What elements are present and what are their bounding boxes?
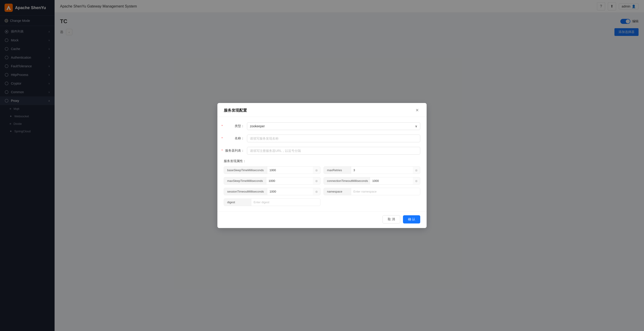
type-label: 类型： [224,124,244,128]
prop-item-digest: digest [224,198,320,206]
type-select-value: zookeeper [250,124,265,128]
prop-val-namespace[interactable] [351,188,420,195]
prop-val-base-sleep[interactable] [267,167,313,174]
modal-footer: 取 消 确 认 [218,212,426,228]
prop-val-digest[interactable] [251,199,320,206]
form-row-type: 类型： zookeeper ∨ [224,122,420,130]
prop-key-max-sleep: maxSleepTimeMilliseconds [224,177,266,184]
prop-clear-session-timeout[interactable]: ⊗ [313,188,320,195]
name-input[interactable] [247,134,420,142]
prop-key-base-sleep: baseSleepTimeMilliseconds [224,167,267,174]
prop-clear-max-sleep[interactable]: ⊗ [313,178,320,184]
prop-item-session-timeout: sessionTimeoutMilliseconds ⊗ [224,188,320,195]
prop-val-conn-timeout[interactable] [370,177,413,184]
props-grid: baseSleepTimeMilliseconds ⊗ maxRetries ⊗… [224,166,420,195]
prop-key-digest: digest [224,199,251,206]
modal-close-button[interactable]: ✕ [414,107,420,114]
prop-key-max-retries: maxRetries [324,167,351,174]
prop-item-conn-timeout: connectionTimeoutMilliseconds ⊗ [324,177,420,184]
prop-val-session-timeout[interactable] [267,188,313,195]
prop-item-namespace: namespace [324,188,420,195]
form-row-name: 名称： [224,134,420,142]
name-label: 名称： [224,136,244,140]
prop-item-max-sleep: maxSleepTimeMilliseconds ⊗ [224,177,320,184]
prop-key-session-timeout: sessionTimeoutMilliseconds [224,188,267,195]
server-list-label: 服务器列表： [224,149,244,153]
type-select-chevron: ∨ [415,124,417,128]
type-select[interactable]: zookeeper ∨ [247,122,420,130]
modal-body: 类型： zookeeper ∨ 名称： 服务器列表： 服务发现属性： [218,117,426,212]
cancel-button[interactable]: 取 消 [382,215,400,224]
service-discovery-modal: 服务发现配置 ✕ 类型： zookeeper ∨ 名称： 服务器列表： [218,103,426,228]
modal-overlay[interactable]: 服务发现配置 ✕ 类型： zookeeper ∨ 名称： 服务器列表： [0,0,644,331]
prop-clear-base-sleep[interactable]: ⊗ [313,167,320,174]
prop-clear-conn-timeout[interactable]: ⊗ [413,178,420,184]
form-row-server-list: 服务器列表： [224,147,420,154]
prop-item-max-retries: maxRetries ⊗ [324,166,420,174]
prop-item-base-sleep: baseSleepTimeMilliseconds ⊗ [224,166,320,174]
modal-title: 服务发现配置 [224,108,247,113]
prop-val-max-retries[interactable] [351,167,413,174]
props-label: 服务发现属性： [224,159,420,163]
prop-key-namespace: namespace [324,188,351,195]
prop-val-max-sleep[interactable] [266,177,313,184]
confirm-button[interactable]: 确 认 [403,215,420,224]
prop-key-conn-timeout: connectionTimeoutMilliseconds [324,177,370,184]
server-list-input[interactable] [247,147,420,154]
modal-header: 服务发现配置 ✕ [218,103,426,117]
prop-clear-max-retries[interactable]: ⊗ [413,167,420,174]
